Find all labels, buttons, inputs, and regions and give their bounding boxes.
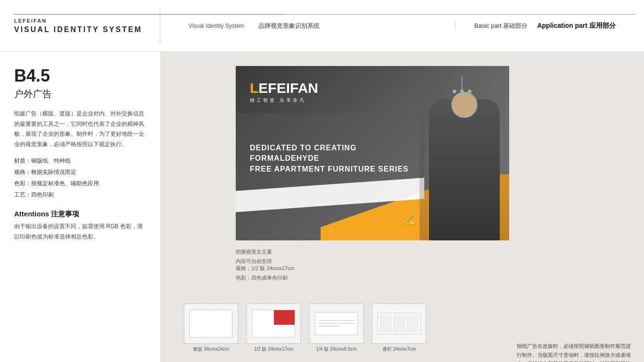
spec-list: 材质：铜版纸、特种纸 规格：根据实际情况而定 色彩：按规定标准色、辅助色应用 工… [14, 155, 146, 200]
description-text: 纸媒广告（横版、竖版）是企业对内、对外交换信息的最重要的工具之一，它同时也代表了… [14, 109, 146, 149]
left-panel: B4.5 户外广告 纸媒广告（横版、竖版）是企业对内、对外交换信息的最重要的工具… [0, 52, 160, 362]
banner-spec1: 规格：1/2 版 24cmx17cm [236, 264, 295, 273]
logo-subtitle: 精工智造 乐享非凡 [250, 97, 318, 104]
brand-name: LEFEIFAN [14, 18, 146, 24]
nav-application: Application part 应用部分 [537, 22, 615, 30]
thumb-half-label: 1/2 版 24cmx17cm [254, 346, 293, 353]
brand-tagline: VISUAL IDENTITY SYSTEM [14, 25, 146, 34]
col-div3 [407, 315, 418, 332]
nav-visual-identity: Visual Identity System [189, 23, 244, 29]
header-center-nav: Visual Identity System 品牌视觉形象识别系统 [160, 22, 455, 30]
thumb-full-box [184, 304, 238, 344]
thumb-full-card: 整版 34cmx24cm [184, 304, 238, 353]
right-description: 报纸广告在改版时，必须按照辅助图形制作规范进行制作。当版面尺寸变动时，请按比例放… [517, 342, 635, 362]
ad-logo-text: L EFEIFAN [250, 80, 318, 96]
thumb-red-block [274, 310, 295, 325]
person-body [429, 99, 500, 240]
header-left: LEFEIFAN VISUAL IDENTITY SYSTEM [0, 9, 160, 42]
spec-color: 色彩：按规定标准色、辅助色应用 [14, 178, 146, 189]
slogan-line2: FORMALDEHYDE [250, 153, 409, 164]
ad-slogan: DEDICATED TO CREATING FORMALDEHYDE FREE … [250, 143, 409, 174]
signature: ✍ [403, 215, 415, 226]
header-right-nav: Basic part 基础部分 Application part 应用部分 [455, 22, 644, 30]
thumb-full-inner [190, 310, 232, 337]
person-head-circle [452, 92, 478, 118]
section-code: B4.5 [14, 66, 146, 86]
quarter-line3 [318, 326, 340, 327]
thumb-quarter-card: 1/4 版 24cmx8.5cm [309, 304, 363, 353]
thumb-quarter-inner [315, 312, 357, 336]
banner-spec2: 色彩：四色或单色印刷 [236, 273, 295, 283]
nav-basic: Basic part 基础部分 [474, 22, 528, 30]
banner-labels: 把握视觉主元素 内容可自由安排 [236, 247, 272, 266]
thumb-half-card: 1/2 版 24cmx17cm [247, 304, 301, 353]
thumb-full-label: 整版 34cmx24cm [193, 346, 229, 353]
slogan-line1: DEDICATED TO CREATING [250, 143, 409, 153]
main-area: L EFEIFAN 精工智造 乐享非凡 DEDICATED TO CREATIN… [160, 52, 644, 362]
ad-logo-area: L EFEIFAN 精工智造 乐享非凡 [250, 80, 318, 104]
col-div1 [380, 315, 391, 332]
thumb-column-inner [378, 313, 420, 335]
thumb-quarter-box [309, 304, 363, 344]
banner-specs: 规格：1/2 版 24cmx17cm 色彩：四色或单色印刷 [236, 264, 295, 283]
section-title-cn: 户外广告 [14, 88, 146, 100]
person-figure [420, 75, 509, 240]
attentions-text: 由于输出设备的设置不同，如需使用 RGB 色彩，请以印刷色值为标准选择相近色彩。 [14, 222, 146, 242]
logo-rest: EFEIFAN [258, 80, 318, 96]
thumb-half-inner [252, 310, 295, 337]
quarter-line1 [318, 320, 354, 321]
spec-material: 材质：铜版纸、特种纸 [14, 155, 146, 166]
quarter-line2 [318, 323, 354, 324]
thumb-half-box [247, 304, 301, 344]
thumb-column-label: 通栏 24cmx7cm [382, 346, 416, 353]
spec-size: 规格：根据实际情况而定 [14, 166, 146, 178]
banner-label1: 把握视觉主元素 [236, 247, 272, 257]
slogan-line3: FREE APARTMENT FURNITURE SERIES [250, 164, 409, 174]
spec-craft: 工艺：四色印刷 [14, 189, 146, 200]
attentions-title: Attentions 注意事项 [14, 210, 146, 219]
col-div2 [393, 315, 405, 332]
nav-brand-cn: 品牌视觉形象识别系统 [258, 22, 320, 30]
ad-banner: L EFEIFAN 精工智造 乐享非凡 DEDICATED TO CREATIN… [236, 66, 509, 240]
thumbnails-row: 整版 34cmx24cm 1/2 版 24cmx17cm 1/4 版 24cmx… [184, 304, 426, 353]
logo-l-icon: L [250, 80, 258, 96]
thumb-quarter-label: 1/4 版 24cmx8.5cm [316, 346, 356, 353]
thumb-column-box [372, 304, 426, 344]
thumb-column-card: 通栏 24cmx7cm [372, 304, 426, 353]
header: LEFEIFAN VISUAL IDENTITY SYSTEM Visual I… [0, 0, 644, 52]
